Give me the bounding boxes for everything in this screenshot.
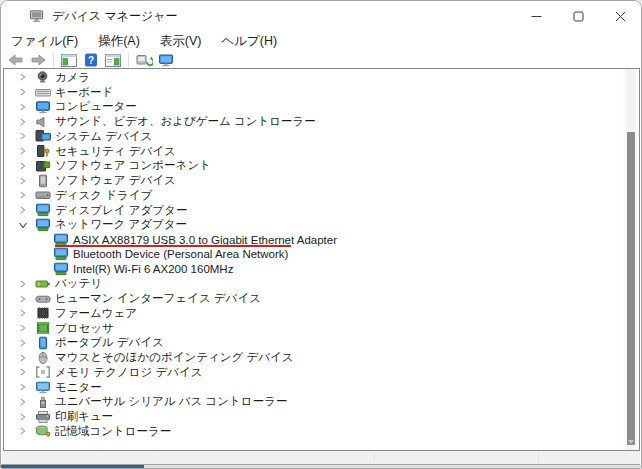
chevron-right-icon[interactable] bbox=[18, 205, 28, 215]
print-queue-icon bbox=[35, 410, 51, 423]
chevron-right-icon[interactable] bbox=[18, 87, 28, 97]
menu-bar: ファイル(F)操作(A)表示(V)ヘルプ(H) bbox=[1, 31, 641, 52]
tree-item-label: Bluetooth Device (Personal Area Network) bbox=[73, 248, 288, 260]
camera-icon bbox=[35, 71, 51, 84]
tree-item[interactable]: プロセッサ bbox=[4, 321, 623, 336]
tree-item[interactable]: ASIX AX88179 USB 3.0 to Gigabit Ethernet… bbox=[4, 232, 623, 247]
maximize-button[interactable] bbox=[557, 1, 599, 31]
minimize-button[interactable] bbox=[515, 1, 557, 31]
title-bar: デバイス マネージャー bbox=[1, 1, 641, 31]
chevron-right-icon[interactable] bbox=[18, 397, 28, 407]
toolbar-show-console-tree-button[interactable] bbox=[58, 52, 80, 68]
chevron-right-icon[interactable] bbox=[18, 176, 28, 186]
chevron-right-icon[interactable] bbox=[18, 367, 28, 377]
chevron-right-icon[interactable] bbox=[18, 353, 28, 363]
toolbar-devices-view-button[interactable] bbox=[155, 52, 177, 68]
svg-text:?: ? bbox=[88, 55, 94, 66]
chevron-right-icon[interactable] bbox=[18, 323, 28, 333]
menu-item-1[interactable]: 操作(A) bbox=[88, 31, 150, 52]
show-action-pane-icon bbox=[105, 54, 121, 67]
back-icon bbox=[8, 54, 24, 66]
menu-item-0[interactable]: ファイル(F) bbox=[1, 31, 88, 52]
chevron-right-icon[interactable] bbox=[18, 426, 28, 436]
vertical-scrollbar[interactable] bbox=[623, 69, 639, 450]
tree-item-label: ソフトウェア デバイス bbox=[55, 173, 176, 188]
chevron-right-icon[interactable] bbox=[18, 131, 28, 141]
tree-item[interactable]: セキュリティ デバイス bbox=[4, 144, 623, 159]
chevron-right-icon[interactable] bbox=[18, 308, 28, 318]
chevron-right-icon[interactable] bbox=[18, 161, 28, 171]
tree-item-label: システム デバイス bbox=[55, 129, 152, 144]
tree-item[interactable]: システム デバイス bbox=[4, 129, 623, 144]
tree-item[interactable]: ヒューマン インターフェイス デバイス bbox=[4, 291, 623, 306]
tree-item[interactable]: キーボード bbox=[4, 85, 623, 100]
tree-item-label: プロセッサ bbox=[55, 321, 114, 336]
chevron-right-icon[interactable] bbox=[18, 72, 28, 82]
tree-item-label: メモリ テクノロジ デバイス bbox=[55, 365, 203, 380]
tree-item[interactable]: ネットワーク アダプター bbox=[4, 218, 623, 233]
scrollbar-down-arrow-icon[interactable] bbox=[628, 440, 634, 444]
toolbar-back-button[interactable] bbox=[5, 52, 27, 68]
help-icon: ? bbox=[84, 53, 98, 67]
toolbar-scan-hardware-changes-button[interactable] bbox=[133, 52, 155, 68]
chevron-right-icon[interactable] bbox=[18, 382, 28, 392]
tree-item-label: キーボード bbox=[55, 85, 113, 100]
menu-item-3[interactable]: ヘルプ(H) bbox=[211, 31, 287, 52]
computer-icon bbox=[35, 100, 51, 113]
tree-item[interactable]: ソフトウェア コンポーネント bbox=[4, 159, 623, 174]
tree-item[interactable]: Intel(R) Wi-Fi 6 AX200 160MHz bbox=[4, 262, 623, 277]
toolbar-separator bbox=[53, 53, 54, 67]
chevron-right-icon[interactable] bbox=[18, 190, 28, 200]
battery-icon bbox=[35, 277, 51, 290]
keyboard-icon bbox=[35, 86, 51, 99]
chevron-right-icon[interactable] bbox=[18, 294, 28, 304]
tree-item[interactable]: ユニバーサル シリアル バス コントローラー bbox=[4, 395, 623, 410]
speaker-icon bbox=[35, 115, 51, 128]
status-bar-divider bbox=[538, 453, 539, 462]
toolbar-separator bbox=[128, 53, 129, 67]
chevron-right-icon[interactable] bbox=[18, 102, 28, 112]
tree-item-label: ポータブル デバイス bbox=[55, 335, 164, 350]
tree-item[interactable]: 印刷キュー bbox=[4, 409, 623, 424]
toolbar-help-button[interactable]: ? bbox=[80, 52, 102, 68]
tree-item-label: コンピューター bbox=[55, 99, 137, 114]
close-button[interactable] bbox=[599, 1, 641, 31]
tree-item[interactable]: ソフトウェア デバイス bbox=[4, 173, 623, 188]
device-manager-icon bbox=[28, 8, 44, 24]
scrollbar-thumb[interactable] bbox=[627, 132, 635, 445]
tree-item[interactable]: ディスプレイ アダプター bbox=[4, 203, 623, 218]
tree-item-label: マウスとそのほかのポインティング デバイス bbox=[55, 350, 294, 365]
tree-item[interactable]: モニター bbox=[4, 380, 623, 395]
chevron-right-icon[interactable] bbox=[18, 117, 28, 127]
security-device-icon bbox=[35, 145, 51, 158]
tree-item[interactable]: 記憶域コントローラー bbox=[4, 424, 623, 439]
tree-item[interactable]: Bluetooth Device (Personal Area Network) bbox=[4, 247, 623, 262]
status-bar bbox=[2, 451, 640, 465]
chevron-right-icon[interactable] bbox=[18, 338, 28, 348]
disk-drive-icon bbox=[35, 189, 51, 202]
tree-item[interactable]: ディスク ドライブ bbox=[4, 188, 623, 203]
tree-item[interactable]: ポータブル デバイス bbox=[4, 336, 623, 351]
memory-icon bbox=[35, 366, 51, 379]
menu-item-2[interactable]: 表示(V) bbox=[150, 31, 212, 52]
adapter-icon bbox=[35, 204, 51, 217]
toolbar-forward-button[interactable] bbox=[27, 52, 49, 68]
chevron-right-icon[interactable] bbox=[18, 279, 28, 289]
status-bar-divider bbox=[374, 453, 375, 462]
chevron-right-icon[interactable] bbox=[18, 146, 28, 156]
chevron-down-icon[interactable] bbox=[18, 220, 28, 230]
tree-item-label: ディスプレイ アダプター bbox=[55, 203, 187, 218]
bottom-blue-bar bbox=[1, 465, 144, 468]
tree-item[interactable]: サウンド、ビデオ、およびゲーム コントローラー bbox=[4, 114, 623, 129]
tree-item[interactable]: マウスとそのほかのポインティング デバイス bbox=[4, 350, 623, 365]
chevron-right-icon[interactable] bbox=[18, 412, 28, 422]
devices-view-icon bbox=[158, 54, 174, 67]
tree-item[interactable]: バッテリ bbox=[4, 277, 623, 292]
window-controls bbox=[515, 1, 641, 31]
toolbar-show-action-pane-button[interactable] bbox=[102, 52, 124, 68]
tree-item[interactable]: ファームウェア bbox=[4, 306, 623, 321]
tree-item[interactable]: コンピューター bbox=[4, 100, 623, 115]
tree-item[interactable]: カメラ bbox=[4, 70, 623, 85]
tree-item-label: モニター bbox=[55, 380, 102, 395]
tree-item[interactable]: メモリ テクノロジ デバイス bbox=[4, 365, 623, 380]
